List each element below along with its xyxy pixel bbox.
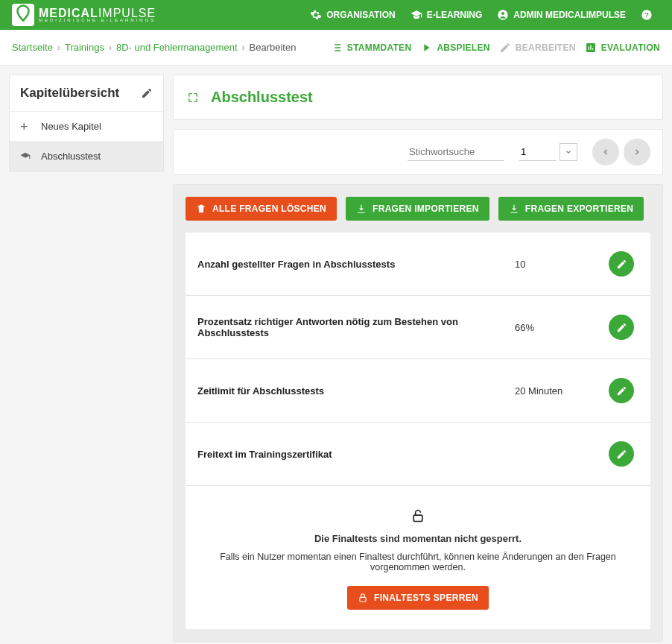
- logo-icon: [12, 4, 34, 26]
- tab-bearbeiten[interactable]: BEARBEITEN: [499, 42, 576, 54]
- edit-certificate-text[interactable]: [609, 441, 634, 467]
- graduation-icon: [411, 9, 422, 21]
- nav-organisation[interactable]: ORGANISATION: [302, 9, 402, 21]
- title-card: Abschlusstest: [173, 75, 663, 120]
- expand-icon[interactable]: [187, 92, 199, 104]
- edit-time-limit[interactable]: [609, 378, 634, 403]
- pencil-icon: [616, 322, 627, 333]
- pencil-icon[interactable]: [141, 87, 153, 99]
- list-icon: [331, 42, 343, 54]
- svg-text:?: ?: [644, 11, 649, 19]
- import-icon: [356, 203, 367, 214]
- tab-stammdaten[interactable]: STAMMDATEN: [331, 42, 412, 54]
- edit-pass-percentage[interactable]: [609, 315, 634, 340]
- svg-point-1: [501, 12, 504, 15]
- lock-panel: Die Finaltests sind momentan nicht gespe…: [186, 485, 650, 629]
- delete-all-button[interactable]: ALLE FRAGEN LÖSCHEN: [186, 197, 337, 221]
- trash-icon: [196, 203, 206, 214]
- chevron-right-icon: [633, 148, 641, 157]
- crumb-start[interactable]: Startseite: [12, 42, 53, 53]
- questions-panel: ALLE FRAGEN LÖSCHEN FRAGEN IMPORTIEREN F…: [173, 184, 663, 642]
- plus-icon: +: [20, 121, 31, 132]
- chart-icon: [585, 42, 597, 54]
- nav-admin[interactable]: ADMIN MEDICALIMPULSE: [489, 9, 633, 21]
- setting-pass-percentage: Prozentsatz richtiger Antworten nötig zu…: [186, 295, 650, 359]
- crumb-topic[interactable]: 8D- und Fehlermanagement: [116, 42, 238, 53]
- search-toolbar: [173, 129, 663, 175]
- sidebar-new-chapter[interactable]: + Neues Kapitel: [10, 112, 163, 142]
- pencil-icon: [616, 449, 627, 460]
- logo-sub: MEDIZINISCHE E-LEARNINGS: [39, 18, 156, 22]
- lock-open-icon: [411, 508, 425, 523]
- crumb-trainings[interactable]: Trainings: [65, 42, 104, 53]
- logo[interactable]: MEDICALIMPULSE MEDIZINISCHE E-LEARNINGS: [12, 4, 156, 26]
- chevron-down-icon: [565, 148, 572, 156]
- lock-title: Die Finaltests sind momentan nicht gespe…: [200, 533, 635, 544]
- app-header: MEDICALIMPULSE MEDIZINISCHE E-LEARNINGS …: [0, 0, 672, 30]
- chevron-left-icon: [601, 148, 610, 157]
- nav-elearning[interactable]: E-LEARNING: [403, 9, 490, 21]
- play-icon: [420, 42, 432, 54]
- help-icon: ?: [641, 9, 653, 21]
- sub-bar: Startseite › Trainings › 8D- und Fehlerm…: [0, 30, 672, 66]
- nav-help[interactable]: ?: [633, 9, 660, 21]
- svg-rect-6: [360, 597, 366, 602]
- page-next-top[interactable]: [624, 139, 650, 165]
- pencil-icon: [616, 259, 627, 270]
- search-input[interactable]: [408, 143, 504, 161]
- download-icon: [509, 203, 519, 214]
- svg-rect-5: [413, 515, 422, 521]
- setting-certificate-text: Freitext im Trainingszertifikat: [186, 422, 650, 485]
- setting-time-limit: Zeitlimit für Abschlusstests 20 Minuten: [186, 359, 650, 422]
- setting-question-count: Anzahl gestellter Fragen in Abschlusstes…: [186, 233, 650, 295]
- sidebar: Kapitelübersicht + Neues Kapitel Abschlu…: [9, 75, 164, 172]
- lock-desc: Falls ein Nutzer momentan einen Finaltes…: [200, 552, 635, 572]
- crumb-current: Bearbeiten: [250, 42, 297, 53]
- pencil-icon: [616, 385, 627, 397]
- export-button[interactable]: FRAGEN EXPORTIEREN: [498, 197, 644, 221]
- edit-question-count[interactable]: [609, 251, 634, 277]
- pencil-icon: [499, 42, 511, 54]
- tab-evaluation[interactable]: EVALUATION: [585, 42, 660, 54]
- tab-abspielen[interactable]: ABSPIELEN: [420, 42, 489, 54]
- sidebar-final-test[interactable]: Abschlusstest: [10, 142, 163, 171]
- lock-icon: [358, 593, 368, 603]
- page-input-top[interactable]: [519, 143, 557, 161]
- import-button[interactable]: FRAGEN IMPORTIEREN: [346, 197, 489, 221]
- page-prev-top[interactable]: [592, 139, 619, 165]
- graduation-icon: [20, 151, 31, 162]
- breadcrumb: Startseite › Trainings › 8D- und Fehlerm…: [12, 42, 296, 53]
- user-icon: [497, 9, 509, 21]
- lock-finaltests-button[interactable]: FINALTESTS SPERREN: [347, 586, 489, 610]
- sidebar-title: Kapitelübersicht: [20, 86, 119, 101]
- gear-icon: [310, 9, 322, 21]
- page-title: Abschlusstest: [211, 89, 313, 106]
- page-dropdown-top[interactable]: [560, 143, 577, 161]
